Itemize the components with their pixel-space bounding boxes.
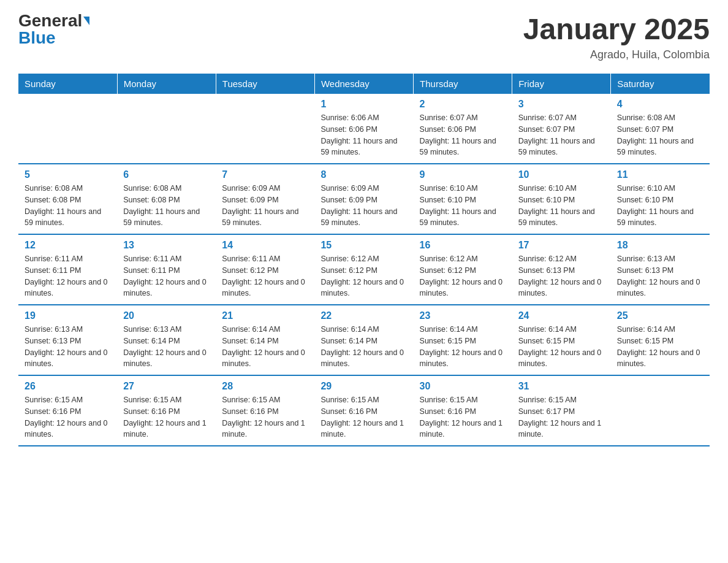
- day-info: Sunrise: 6:15 AM Sunset: 6:16 PM Dayligh…: [320, 394, 407, 440]
- calendar-cell: 13Sunrise: 6:11 AM Sunset: 6:11 PM Dayli…: [117, 234, 216, 305]
- day-number: 25: [617, 310, 703, 321]
- col-sunday: Sunday: [18, 74, 117, 94]
- calendar-cell: 26Sunrise: 6:15 AM Sunset: 6:16 PM Dayli…: [18, 375, 117, 446]
- day-number: 4: [617, 99, 703, 110]
- day-number: 13: [123, 240, 210, 251]
- calendar-cell: 30Sunrise: 6:15 AM Sunset: 6:16 PM Dayli…: [414, 375, 512, 446]
- day-info: Sunrise: 6:15 AM Sunset: 6:16 PM Dayligh…: [123, 394, 210, 440]
- calendar-cell: 2Sunrise: 6:07 AM Sunset: 6:06 PM Daylig…: [414, 94, 512, 164]
- calendar-cell: 29Sunrise: 6:15 AM Sunset: 6:16 PM Dayli…: [314, 375, 413, 446]
- day-info: Sunrise: 6:06 AM Sunset: 6:06 PM Dayligh…: [320, 112, 407, 158]
- day-info: Sunrise: 6:13 AM Sunset: 6:13 PM Dayligh…: [617, 253, 703, 299]
- calendar-week-4: 26Sunrise: 6:15 AM Sunset: 6:16 PM Dayli…: [18, 375, 710, 446]
- calendar-cell: 25Sunrise: 6:14 AM Sunset: 6:15 PM Dayli…: [611, 305, 710, 375]
- calendar-cell: 18Sunrise: 6:13 AM Sunset: 6:13 PM Dayli…: [611, 234, 710, 305]
- calendar-cell: 20Sunrise: 6:13 AM Sunset: 6:14 PM Dayli…: [117, 305, 216, 375]
- days-header-row: Sunday Monday Tuesday Wednesday Thursday…: [18, 74, 710, 94]
- logo: General Blue: [18, 12, 89, 47]
- col-wednesday: Wednesday: [314, 74, 413, 94]
- calendar-cell: [216, 94, 314, 164]
- day-number: 8: [320, 169, 407, 180]
- location-label: Agrado, Huila, Colombia: [523, 48, 710, 61]
- day-number: 28: [222, 381, 308, 392]
- day-number: 1: [320, 99, 407, 110]
- calendar-cell: [611, 375, 710, 446]
- day-info: Sunrise: 6:12 AM Sunset: 6:13 PM Dayligh…: [518, 253, 605, 299]
- day-number: 17: [518, 240, 605, 251]
- calendar-cell: 1Sunrise: 6:06 AM Sunset: 6:06 PM Daylig…: [314, 94, 413, 164]
- calendar-cell: 22Sunrise: 6:14 AM Sunset: 6:14 PM Dayli…: [314, 305, 413, 375]
- calendar-cell: [117, 94, 216, 164]
- day-number: 23: [420, 310, 506, 321]
- day-info: Sunrise: 6:09 AM Sunset: 6:09 PM Dayligh…: [320, 183, 407, 229]
- day-number: 24: [518, 310, 605, 321]
- calendar-cell: 12Sunrise: 6:11 AM Sunset: 6:11 PM Dayli…: [18, 234, 117, 305]
- day-info: Sunrise: 6:08 AM Sunset: 6:08 PM Dayligh…: [123, 183, 210, 229]
- day-number: 18: [617, 240, 703, 251]
- day-number: 31: [518, 381, 605, 392]
- day-info: Sunrise: 6:14 AM Sunset: 6:15 PM Dayligh…: [518, 324, 605, 370]
- day-number: 21: [222, 310, 308, 321]
- day-info: Sunrise: 6:15 AM Sunset: 6:16 PM Dayligh…: [420, 394, 506, 440]
- calendar-table: Sunday Monday Tuesday Wednesday Thursday…: [18, 74, 710, 446]
- day-number: 12: [25, 240, 111, 251]
- calendar-cell: 3Sunrise: 6:07 AM Sunset: 6:07 PM Daylig…: [512, 94, 611, 164]
- day-info: Sunrise: 6:13 AM Sunset: 6:14 PM Dayligh…: [123, 324, 210, 370]
- calendar-week-2: 12Sunrise: 6:11 AM Sunset: 6:11 PM Dayli…: [18, 234, 710, 305]
- day-info: Sunrise: 6:07 AM Sunset: 6:06 PM Dayligh…: [420, 112, 506, 158]
- calendar-cell: 4Sunrise: 6:08 AM Sunset: 6:07 PM Daylig…: [611, 94, 710, 164]
- title-section: January 2025 Agrado, Huila, Colombia: [523, 12, 710, 61]
- day-info: Sunrise: 6:15 AM Sunset: 6:16 PM Dayligh…: [25, 394, 111, 440]
- day-info: Sunrise: 6:08 AM Sunset: 6:08 PM Dayligh…: [25, 183, 111, 229]
- col-monday: Monday: [117, 74, 216, 94]
- day-number: 29: [320, 381, 407, 392]
- calendar-cell: 31Sunrise: 6:15 AM Sunset: 6:17 PM Dayli…: [512, 375, 611, 446]
- day-number: 7: [222, 169, 308, 180]
- day-number: 19: [25, 310, 111, 321]
- day-info: Sunrise: 6:10 AM Sunset: 6:10 PM Dayligh…: [420, 183, 506, 229]
- day-info: Sunrise: 6:15 AM Sunset: 6:16 PM Dayligh…: [222, 394, 308, 440]
- day-info: Sunrise: 6:10 AM Sunset: 6:10 PM Dayligh…: [518, 183, 605, 229]
- day-number: 3: [518, 99, 605, 110]
- day-info: Sunrise: 6:14 AM Sunset: 6:14 PM Dayligh…: [320, 324, 407, 370]
- calendar-week-0: 1Sunrise: 6:06 AM Sunset: 6:06 PM Daylig…: [18, 94, 710, 164]
- day-number: 30: [420, 381, 506, 392]
- page-header: General Blue January 2025 Agrado, Huila,…: [18, 12, 710, 61]
- calendar-cell: [18, 94, 117, 164]
- logo-blue-text: Blue: [18, 29, 56, 47]
- col-tuesday: Tuesday: [216, 74, 314, 94]
- day-info: Sunrise: 6:12 AM Sunset: 6:12 PM Dayligh…: [320, 253, 407, 299]
- calendar-cell: 11Sunrise: 6:10 AM Sunset: 6:10 PM Dayli…: [611, 164, 710, 234]
- day-info: Sunrise: 6:13 AM Sunset: 6:13 PM Dayligh…: [25, 324, 111, 370]
- calendar-cell: 28Sunrise: 6:15 AM Sunset: 6:16 PM Dayli…: [216, 375, 314, 446]
- calendar-body: 1Sunrise: 6:06 AM Sunset: 6:06 PM Daylig…: [18, 94, 710, 446]
- day-info: Sunrise: 6:10 AM Sunset: 6:10 PM Dayligh…: [617, 183, 703, 229]
- calendar-cell: 19Sunrise: 6:13 AM Sunset: 6:13 PM Dayli…: [18, 305, 117, 375]
- calendar-week-1: 5Sunrise: 6:08 AM Sunset: 6:08 PM Daylig…: [18, 164, 710, 234]
- calendar-cell: 23Sunrise: 6:14 AM Sunset: 6:15 PM Dayli…: [414, 305, 512, 375]
- day-info: Sunrise: 6:11 AM Sunset: 6:11 PM Dayligh…: [123, 253, 210, 299]
- month-title: January 2025: [523, 12, 710, 46]
- day-info: Sunrise: 6:11 AM Sunset: 6:12 PM Dayligh…: [222, 253, 308, 299]
- calendar-cell: 17Sunrise: 6:12 AM Sunset: 6:13 PM Dayli…: [512, 234, 611, 305]
- day-number: 22: [320, 310, 407, 321]
- calendar-cell: 21Sunrise: 6:14 AM Sunset: 6:14 PM Dayli…: [216, 305, 314, 375]
- day-info: Sunrise: 6:07 AM Sunset: 6:07 PM Dayligh…: [518, 112, 605, 158]
- calendar-cell: 15Sunrise: 6:12 AM Sunset: 6:12 PM Dayli…: [314, 234, 413, 305]
- calendar-cell: 14Sunrise: 6:11 AM Sunset: 6:12 PM Dayli…: [216, 234, 314, 305]
- day-info: Sunrise: 6:14 AM Sunset: 6:15 PM Dayligh…: [617, 324, 703, 370]
- day-number: 15: [320, 240, 407, 251]
- day-number: 14: [222, 240, 308, 251]
- day-info: Sunrise: 6:14 AM Sunset: 6:14 PM Dayligh…: [222, 324, 308, 370]
- day-number: 16: [420, 240, 506, 251]
- day-info: Sunrise: 6:15 AM Sunset: 6:17 PM Dayligh…: [518, 394, 605, 440]
- day-info: Sunrise: 6:12 AM Sunset: 6:12 PM Dayligh…: [420, 253, 506, 299]
- logo-general-text: General: [18, 12, 82, 29]
- day-number: 2: [420, 99, 506, 110]
- calendar-cell: 24Sunrise: 6:14 AM Sunset: 6:15 PM Dayli…: [512, 305, 611, 375]
- col-saturday: Saturday: [611, 74, 710, 94]
- calendar-cell: 9Sunrise: 6:10 AM Sunset: 6:10 PM Daylig…: [414, 164, 512, 234]
- calendar-week-3: 19Sunrise: 6:13 AM Sunset: 6:13 PM Dayli…: [18, 305, 710, 375]
- col-friday: Friday: [512, 74, 611, 94]
- day-number: 5: [25, 169, 111, 180]
